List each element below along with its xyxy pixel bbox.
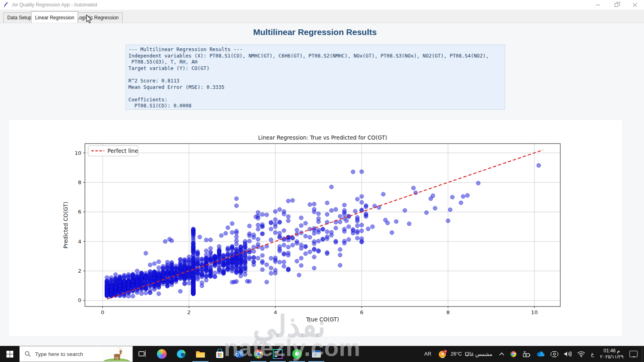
svg-text:8: 8 — [446, 309, 450, 315]
svg-text:٢: ٢ — [445, 350, 446, 353]
svg-text:Predicted CO(GT): Predicted CO(GT) — [62, 202, 69, 248]
windows-logo-icon — [6, 351, 13, 358]
close-button[interactable] — [625, 0, 644, 10]
tray-chrome-button[interactable] — [507, 346, 520, 362]
tray-screen-cast-button[interactable] — [548, 346, 561, 362]
copilot-icon — [157, 349, 167, 359]
system-tray: AR ٢ 26°C مشمس غالبًا — [421, 346, 644, 362]
weather-icon: ٢ — [438, 349, 448, 359]
svg-text:2: 2 — [187, 309, 190, 315]
taskbar-file-explorer-button[interactable] — [191, 346, 210, 362]
tab-linear-regression[interactable]: Linear Regression — [31, 11, 78, 23]
onedrive-icon — [536, 351, 545, 357]
results-text: --- Multilinear Regression Results --- I… — [126, 45, 505, 110]
svg-text:6: 6 — [360, 309, 363, 315]
language-indicator[interactable]: AR — [421, 346, 434, 362]
edge-icon — [176, 349, 186, 359]
show-desktop-strip[interactable] — [642, 346, 644, 362]
tray-volume-button[interactable] — [561, 346, 574, 362]
speaker-icon — [564, 351, 572, 357]
taskbar-clock[interactable]: 01:46 م ٢٠٢٥/١١/٢٩ — [597, 348, 627, 360]
tk-feather-icon — [3, 2, 9, 8]
svg-text:0: 0 — [78, 297, 81, 303]
tray-battery-button[interactable] — [520, 346, 533, 362]
svg-text:4: 4 — [78, 239, 81, 245]
linear-regression-panel: Multilinear Regression Results --- Multi… — [0, 24, 644, 346]
minimize-button[interactable] — [588, 0, 607, 10]
taskbar-edge-button[interactable] — [171, 346, 191, 362]
minimize-icon — [596, 5, 600, 5]
battery-plug-icon — [522, 351, 530, 357]
tab-logistic-regression[interactable]: Logistic Regression — [72, 12, 123, 23]
search-highlight-deer-image[interactable] — [102, 347, 132, 361]
svg-text:2: 2 — [78, 268, 81, 274]
taskbar-copilot-button[interactable] — [152, 346, 171, 362]
keyboard-language-indicator[interactable]: ع — [588, 346, 597, 362]
clock-date: ٢٠٢٥/١١/٢٩ — [600, 354, 623, 360]
restore-button[interactable] — [607, 0, 625, 10]
close-icon — [633, 3, 637, 7]
tray-expand-button[interactable] — [496, 346, 507, 362]
svg-text:10: 10 — [531, 309, 538, 315]
tray-onedrive-button[interactable] — [533, 346, 548, 362]
svg-text:6: 6 — [78, 209, 81, 215]
page-title: Multilinear Regression Results — [0, 27, 630, 37]
action-center-button[interactable] — [627, 346, 640, 362]
start-button[interactable] — [0, 346, 19, 362]
weather-temp: 26°C — [450, 351, 462, 357]
search-icon — [25, 351, 31, 357]
weather-widget[interactable]: ٢ 26°C مشمس غالبًا — [434, 349, 496, 359]
svg-text:Linear Regression: True vs Pre: Linear Regression: True vs Predicted for… — [258, 134, 387, 141]
chrome-tray-icon — [510, 351, 517, 358]
mouse-cursor-icon — [85, 14, 93, 24]
svg-text:0: 0 — [101, 309, 104, 315]
chevron-up-icon — [499, 352, 504, 356]
notification-icon — [630, 351, 638, 357]
svg-text:Perfect line: Perfect line — [107, 148, 138, 154]
weather-condition: مشمس غالبًا — [464, 351, 492, 357]
plot-frame: 02468100246810Linear Regression: True vs… — [9, 120, 622, 336]
svg-text:10: 10 — [74, 150, 81, 156]
window-title: Air Quality Regression App - Automated — [12, 2, 97, 8]
clock-time: 01:46 م — [600, 348, 623, 354]
file-explorer-icon — [195, 349, 206, 359]
restore-icon — [615, 3, 618, 7]
window-titlebar: Air Quality Regression App - Automated — [0, 0, 644, 10]
watermark-domain: nafezly.com — [224, 334, 360, 362]
search-placeholder: Type here to search — [35, 351, 83, 357]
taskbar-search[interactable]: Type here to search — [19, 346, 133, 362]
wifi-icon — [577, 351, 585, 357]
plot-canvas: 02468100246810Linear Regression: True vs… — [9, 120, 622, 336]
results-textbox[interactable]: --- Multilinear Regression Results --- I… — [126, 45, 505, 110]
svg-text:8: 8 — [78, 179, 81, 185]
task-view-icon — [138, 350, 147, 358]
notebook-tabbar: Data Setup Linear Regression Logistic Re… — [0, 10, 644, 23]
taskbar-task-view-button[interactable] — [133, 346, 152, 362]
screen-cast-icon — [551, 351, 558, 358]
tray-wifi-button[interactable] — [574, 346, 588, 362]
